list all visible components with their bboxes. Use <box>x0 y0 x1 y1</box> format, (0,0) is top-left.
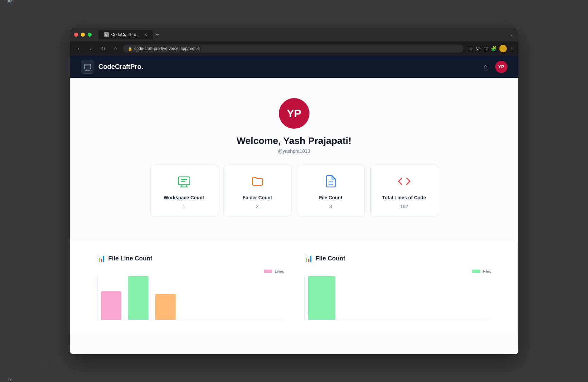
stats-grid: Workspace Count 1 Folder Count 2 <box>150 165 438 216</box>
extensions-icon[interactable]: 🧩 <box>491 46 497 51</box>
workspace-label: Workspace Count <box>164 195 204 200</box>
code-label: Total Lines of Code <box>382 195 426 200</box>
profile-content: YP Welcome, Yash Prajapati! @yashpra1010 <box>70 78 518 354</box>
chart-bar-icon-1: 📊 <box>97 254 106 262</box>
chart-body-2: 3.0 2.5 <box>304 276 491 320</box>
app-navbar: CodeCraftPro. ⌂ YP <box>70 56 518 78</box>
file-line-count-legend: Lines <box>97 269 284 273</box>
forward-button[interactable]: › <box>86 44 96 53</box>
profile-welcome: Welcome, Yash Prajapati! <box>236 135 351 146</box>
chart-bar-icon-2: 📊 <box>304 254 313 262</box>
brand-icon <box>81 60 94 74</box>
maximize-button[interactable] <box>88 33 92 37</box>
stat-card-code: Total Lines of Code 162 <box>370 165 438 216</box>
address-bar[interactable]: 🔒 code-craft-pro-five.vercel.app/profile <box>123 44 463 53</box>
file-line-count-chart: 📊 File Line Count Lines 60 50 <box>97 254 284 320</box>
minimize-button[interactable] <box>81 33 85 37</box>
file-count-label: File Count <box>316 255 345 262</box>
file-count-chart: 📊 File Count Files 3.0 2.5 <box>304 254 491 320</box>
workspace-icon <box>177 175 191 190</box>
brand-name-text: CodeCraftPro. <box>99 63 143 71</box>
app-container: CodeCraftPro. ⌂ YP YP Welcome, Yash Praj… <box>70 56 518 354</box>
file-value: 3 <box>329 204 332 209</box>
refresh-button[interactable]: ↻ <box>99 44 108 53</box>
chart-body-1: 60 50 <box>97 276 284 320</box>
file-line-count-label: File Line Count <box>108 255 153 262</box>
tab-favicon: C <box>104 32 109 37</box>
code-icon <box>397 175 411 190</box>
lock-icon: 🔒 <box>128 47 132 51</box>
file-icon <box>324 175 338 190</box>
home-nav-button[interactable]: ⌂ <box>111 44 120 53</box>
bars-area-1 <box>97 276 284 320</box>
toolbar-right: ☆ 🛡 🛡 🧩 ⋮ <box>469 45 514 52</box>
app-home-button[interactable]: ⌂ <box>481 61 489 73</box>
bar-1b <box>128 276 148 320</box>
browser-toolbar: ‹ › ↻ ⌂ 🔒 code-craft-pro-five.vercel.app… <box>70 41 518 56</box>
active-tab[interactable]: C CodeCraftPro. × <box>99 30 153 39</box>
file-count-legend: Files <box>304 269 491 273</box>
menu-icon[interactable]: ⋮ <box>510 46 514 51</box>
profile-avatar: YP <box>279 98 309 129</box>
bar-1a <box>101 291 121 320</box>
browser-titlebar: C CodeCraftPro. × + ⌄ <box>70 28 518 41</box>
navbar-user-avatar[interactable]: YP <box>495 61 507 73</box>
shield-icon[interactable]: 🛡 <box>476 46 481 51</box>
folder-icon <box>251 175 264 190</box>
folder-value: 2 <box>256 204 259 209</box>
legend-label-lines: Lines <box>275 269 284 273</box>
svg-rect-0 <box>85 64 91 69</box>
file-line-count-title: 📊 File Line Count <box>97 254 284 262</box>
file-count-title: 📊 File Count <box>304 254 491 262</box>
tab-bar: C CodeCraftPro. × + <box>99 30 507 39</box>
legend-dot-lines <box>264 270 272 273</box>
tab-close-icon[interactable]: × <box>144 32 147 37</box>
bar-1c <box>155 294 176 320</box>
file-label: File Count <box>319 195 342 200</box>
code-value: 162 <box>400 204 408 209</box>
charts-section: 📊 File Line Count Lines 60 50 <box>70 241 518 334</box>
close-button[interactable] <box>74 33 78 37</box>
svg-rect-5 <box>178 177 190 185</box>
stat-card-file: File Count 3 <box>297 165 365 216</box>
folder-label: Folder Count <box>243 195 272 200</box>
tab-title: CodeCraftPro. <box>111 32 138 37</box>
charts-row: 📊 File Line Count Lines 60 50 <box>97 254 491 320</box>
bookmark-icon[interactable]: ☆ <box>469 46 473 51</box>
workspace-value: 1 <box>183 204 185 209</box>
window-control-dropdown[interactable]: ⌄ <box>510 32 514 37</box>
back-button[interactable]: ‹ <box>74 44 84 53</box>
bar-2a <box>308 276 335 320</box>
navbar-right: ⌂ YP <box>481 61 507 73</box>
profile-center: YP Welcome, Yash Prajapati! @yashpra1010 <box>70 98 518 241</box>
navbar-brand: CodeCraftPro. <box>81 60 143 74</box>
browser-window: C CodeCraftPro. × + ⌄ ‹ › ↻ ⌂ 🔒 code-cra… <box>70 28 518 354</box>
profile-username: @yashpra1010 <box>278 148 310 154</box>
shield2-icon[interactable]: 🛡 <box>483 46 488 51</box>
new-tab-button[interactable]: + <box>156 31 159 38</box>
url-text: code-craft-pro-five.vercel.app/profile <box>135 46 200 51</box>
legend-dot-files <box>472 270 480 273</box>
bars-area-2 <box>304 276 491 320</box>
stat-card-workspace: Workspace Count 1 <box>150 165 218 216</box>
legend-label-files: Files <box>483 269 491 273</box>
stat-card-folder: Folder Count 2 <box>224 165 291 216</box>
browser-user-avatar[interactable] <box>499 45 507 52</box>
